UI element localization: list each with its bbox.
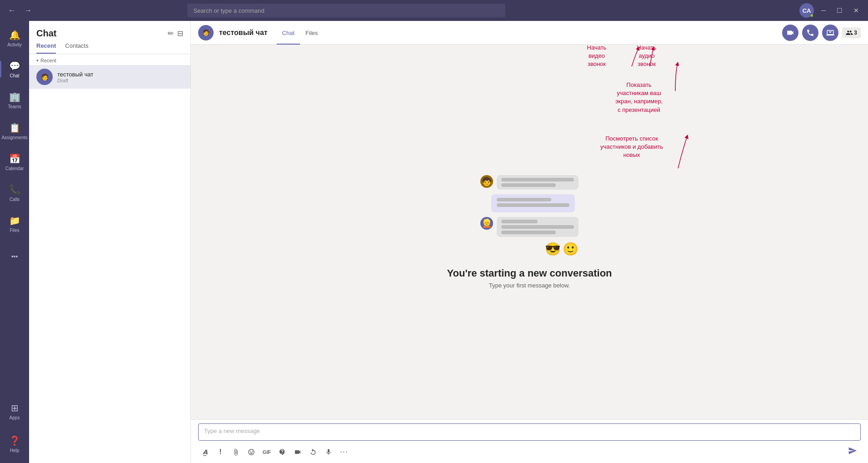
calls-icon: 📞: [9, 184, 20, 195]
chat-panel-title: Chat: [36, 28, 56, 39]
chat-icon: 💬: [9, 60, 20, 71]
msg-bubble-reply: [491, 194, 575, 212]
toolbar-row: A̲ ! GIF ···: [198, 443, 861, 461]
conv-tab-files[interactable]: Files: [300, 28, 323, 45]
sidebar-item-teams[interactable]: 🏢 Teams: [0, 85, 29, 116]
filter-button[interactable]: ⊟: [177, 29, 183, 38]
conv-tab-chat[interactable]: Chat: [277, 28, 300, 45]
compose-button[interactable]: ✏: [168, 29, 174, 38]
help-icon: ❓: [9, 435, 20, 446]
titlebar: ← → CA ─ ☐ ✕: [0, 0, 868, 21]
sidebar-item-more[interactable]: •••: [0, 241, 29, 272]
conversation-avatar: 🧑: [198, 25, 214, 40]
tab-contacts[interactable]: Contacts: [65, 42, 88, 54]
participants-button[interactable]: 3: [842, 27, 861, 38]
sidebar-label-teams: Teams: [8, 104, 21, 109]
chat-panel-header: Chat ✏ ⊟: [29, 21, 190, 39]
msg-line: [497, 203, 569, 207]
new-conversation-subtitle: Type your first message below.: [489, 282, 570, 289]
message-input-area: Type a new message A̲ ! GIF: [191, 419, 868, 463]
msg-avatar-2: 👱: [480, 217, 493, 230]
chat-illustration: 🧒 👱 😎: [480, 175, 579, 257]
msg-bubble-2: [497, 217, 579, 237]
emoji-button[interactable]: [244, 445, 258, 459]
gif-button[interactable]: GIF: [260, 445, 274, 459]
sidebar-label-files: Files: [10, 228, 19, 233]
conversation-header: 🧑 тестовый чат Chat Files 3: [191, 21, 868, 45]
chat-item-subtitle: Draft: [57, 78, 183, 83]
chat-item-info: тестовый чат Draft: [57, 71, 183, 83]
sidebar-item-help[interactable]: ❓ Help: [0, 428, 29, 459]
more-icon: •••: [11, 253, 18, 260]
nav-buttons: ← →: [5, 4, 35, 17]
input-placeholder: Type a new message: [204, 428, 260, 434]
sidebar-item-apps[interactable]: ⊞ Apps: [0, 396, 29, 427]
calendar-icon: 📅: [9, 153, 20, 164]
msg-line: [497, 198, 551, 201]
important-button[interactable]: !: [214, 445, 227, 459]
sidebar-label-activity: Activity: [7, 42, 22, 47]
forward-button[interactable]: →: [22, 4, 35, 17]
screen-share-button[interactable]: [822, 25, 838, 41]
conversation-name: тестовый чат: [219, 29, 268, 37]
apps-icon: ⊞: [11, 403, 19, 413]
msg-avatar-1: 🧒: [480, 175, 493, 188]
chat-tabs: Recent Contacts: [29, 39, 190, 54]
msg-line: [501, 231, 556, 234]
msg-line: [501, 178, 574, 181]
msg-row-1: 🧒: [480, 175, 579, 190]
files-icon: 📁: [9, 215, 20, 226]
back-button[interactable]: ←: [5, 4, 18, 17]
sidebar-label-calls: Calls: [10, 197, 20, 202]
loop-button[interactable]: [306, 445, 320, 459]
video-call-button[interactable]: [782, 25, 798, 41]
maximize-button[interactable]: ☐: [833, 3, 846, 18]
chat-item-name: тестовый чат: [57, 71, 183, 78]
sidebar: 🔔 Activity 💬 Chat 🏢 Teams 📋 Assignments …: [0, 21, 29, 463]
sidebar-label-help: Help: [10, 448, 20, 453]
tab-recent[interactable]: Recent: [36, 42, 56, 54]
chat-list-item[interactable]: 🧑 тестовый чат Draft: [29, 65, 190, 89]
sidebar-label-assignments: Assignments: [1, 135, 27, 140]
new-conversation-title: You're starting a new conversation: [447, 267, 612, 279]
format-text-button[interactable]: A̲: [198, 445, 212, 459]
activity-icon: 🔔: [9, 30, 20, 40]
msg-line: [501, 220, 538, 223]
titlebar-right: CA ─ ☐ ✕: [799, 3, 863, 18]
conversation-body: 🧒 👱 😎: [191, 45, 868, 419]
audio-message-button[interactable]: [322, 445, 335, 459]
close-button[interactable]: ✕: [850, 3, 863, 18]
attach-button[interactable]: [229, 445, 243, 459]
search-input[interactable]: [187, 4, 505, 17]
sidebar-item-assignments[interactable]: 📋 Assignments: [0, 116, 29, 146]
sidebar-item-calls[interactable]: 📞 Calls: [0, 177, 29, 208]
section-recent: ▾ Recent: [29, 54, 190, 65]
chevron-icon: ▾: [36, 58, 39, 63]
sticker-button[interactable]: [275, 445, 289, 459]
sidebar-bottom: ⊞ Apps ❓ Help: [0, 396, 29, 463]
minimize-button[interactable]: ─: [818, 3, 829, 18]
sidebar-item-files[interactable]: 📁 Files: [0, 208, 29, 239]
message-input-box[interactable]: Type a new message: [198, 423, 861, 441]
sidebar-label-calendar: Calendar: [5, 166, 24, 171]
sidebar-item-chat[interactable]: 💬 Chat: [0, 54, 29, 85]
meet-button[interactable]: [291, 445, 304, 459]
audio-call-button[interactable]: [802, 25, 818, 41]
msg-row-2: 👱: [480, 217, 579, 237]
chat-panel: Chat ✏ ⊟ Recent Contacts ▾ Recent 🧑 тест…: [29, 21, 191, 463]
sidebar-item-activity[interactable]: 🔔 Activity: [0, 23, 29, 54]
user-avatar-button[interactable]: CA: [799, 3, 814, 18]
main-content: 🧑 тестовый чат Chat Files 3: [191, 21, 868, 463]
emoji-row: 😎 🙂: [545, 242, 579, 257]
msg-line: [501, 183, 556, 187]
teams-icon: 🏢: [9, 91, 20, 102]
more-options-button[interactable]: ···: [337, 445, 351, 459]
msg-bubble-1: [497, 175, 579, 190]
msg-line: [501, 225, 574, 229]
conversation-tabs: Chat Files: [277, 20, 324, 45]
assignments-icon: 📋: [9, 122, 20, 133]
send-button[interactable]: [844, 444, 861, 459]
sidebar-item-calendar[interactable]: 📅 Calendar: [0, 146, 29, 177]
sidebar-label-chat: Chat: [10, 73, 19, 78]
chat-item-avatar: 🧑: [36, 69, 53, 85]
